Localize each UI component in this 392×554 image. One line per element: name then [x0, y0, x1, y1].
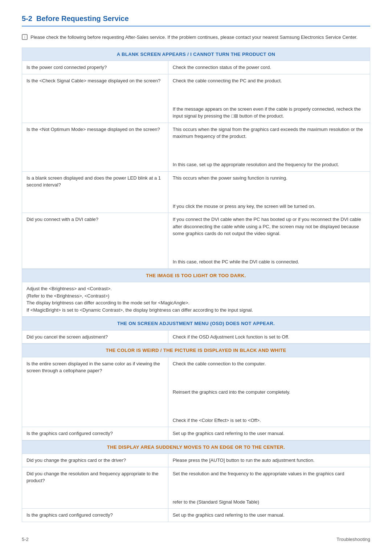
- row-left-1: Did you change the resolution and freque…: [22, 467, 168, 509]
- row-right-0: Check the cable connection to the comput…: [168, 357, 370, 427]
- table-osd-not-appear: THE ON SCREEN ADJUSTMENT MENU (OSD) DOES…: [22, 317, 370, 344]
- table-row: Did you connect with a DVI cable?If you …: [22, 213, 370, 269]
- page-header: 5-2 Before Requesting Service: [22, 15, 370, 26]
- info-icon: i: [22, 34, 28, 40]
- intro-text: Please check the following before reques…: [30, 34, 358, 41]
- page-title: 5-2 Before Requesting Service: [22, 15, 370, 23]
- row-right-0: Check the connection status of the power…: [168, 61, 370, 74]
- footer-right: Troubleshooting: [336, 537, 370, 542]
- section-header-image-light-dark: THE IMAGE IS TOO LIGHT OR TOO DARK.: [22, 269, 370, 282]
- row-left-0: Is the power cord connected properly?: [22, 61, 168, 74]
- intro-box: i Please check the following before requ…: [22, 34, 370, 41]
- row-left-1: Is the graphics card configured correctl…: [22, 427, 168, 440]
- row-right-1: Set up the graphics card referring to th…: [168, 427, 370, 440]
- row-left-4: Did you connect with a DVI cable?: [22, 213, 168, 269]
- row-right-1: Set the resolution and the frequency to …: [168, 467, 370, 509]
- row-right-1: Check the cable connecting the PC and th…: [168, 74, 370, 123]
- section-header-color-weird: THE COLOR IS WEIRD / THE PICTURE IS DISP…: [22, 344, 370, 357]
- page-footer: 5-2 Troubleshooting: [22, 537, 370, 542]
- section-header-blank-screen: A BLANK SCREEN APPEARS / I CANNOT TURN T…: [22, 48, 370, 61]
- table-row: Is the graphics card configured correctl…: [22, 427, 370, 440]
- section-header-osd-not-appear: THE ON SCREEN ADJUSTMENT MENU (OSD) DOES…: [22, 317, 370, 331]
- table-row: Did you cancel the screen adjustment?Che…: [22, 330, 370, 344]
- table-color-weird: THE COLOR IS WEIRD / THE PICTURE IS DISP…: [22, 344, 370, 440]
- row-right-0: Check if the OSD Adjustment Lock functio…: [168, 330, 370, 344]
- section-header-display-moves: THE DISPLAY AREA SUDDENLY MOVES TO AN ED…: [22, 440, 370, 454]
- row-left-1: Is the <Check Signal Cable> message disp…: [22, 74, 168, 123]
- tables-container: A BLANK SCREEN APPEARS / I CANNOT TURN T…: [22, 48, 370, 522]
- table-image-light-dark: THE IMAGE IS TOO LIGHT OR TOO DARK.Adjus…: [22, 269, 370, 317]
- row-left-2: Is the <Not Optimum Mode> message displa…: [22, 123, 168, 171]
- table-row: Is the <Not Optimum Mode> message displa…: [22, 123, 370, 171]
- table-row: Is the power cord connected properly?Che…: [22, 61, 370, 74]
- row-left-0: Is the entire screen displayed in the sa…: [22, 357, 168, 427]
- row-left-0: Did you cancel the screen adjustment?: [22, 330, 168, 344]
- table-row: Is the <Check Signal Cable> message disp…: [22, 74, 370, 123]
- row-left-2: Is the graphics card configured correctl…: [22, 509, 168, 522]
- table-row: Is a blank screen displayed and does the…: [22, 171, 370, 213]
- table-row: Did you change the graphics card or the …: [22, 454, 370, 467]
- row-left-3: Is a blank screen displayed and does the…: [22, 171, 168, 213]
- row-right-3: This occurs when the power saving functi…: [168, 171, 370, 213]
- table-row: Is the entire screen displayed in the sa…: [22, 357, 370, 427]
- row-right-4: If you connect the DVI cable when the PC…: [168, 213, 370, 269]
- table-row: Did you change the resolution and freque…: [22, 467, 370, 509]
- row-right-2: Set up the graphics card referring to th…: [168, 509, 370, 522]
- table-blank-screen: A BLANK SCREEN APPEARS / I CANNOT TURN T…: [22, 48, 370, 269]
- row-right-0: Please press the [AUTO] button to run th…: [168, 454, 370, 467]
- footer-left: 5-2: [22, 537, 29, 542]
- table-display-moves: THE DISPLAY AREA SUDDENLY MOVES TO AN ED…: [22, 440, 370, 522]
- full-width-content-image-light-dark: Adjust the <Brightness> and <Contrast>.(…: [22, 282, 370, 317]
- row-left-0: Did you change the graphics card or the …: [22, 454, 168, 467]
- row-right-2: This occurs when the signal from the gra…: [168, 123, 370, 171]
- table-row: Is the graphics card configured correctl…: [22, 509, 370, 522]
